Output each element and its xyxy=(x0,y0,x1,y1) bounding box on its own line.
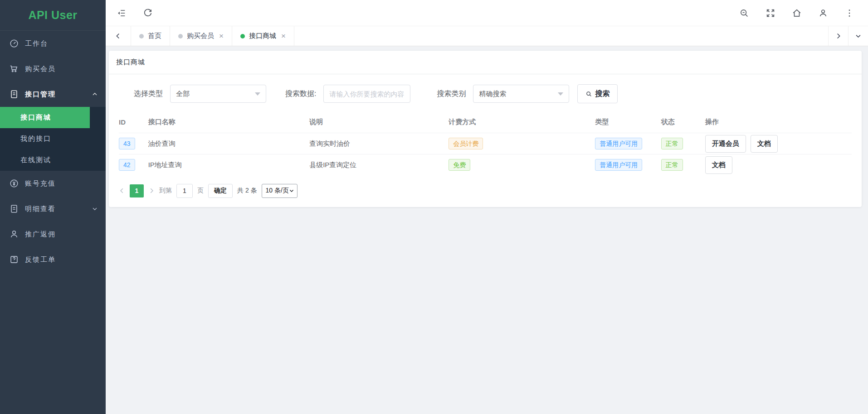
billing-tag: 免费 xyxy=(449,159,470,171)
type-select[interactable]: 全部 xyxy=(170,85,266,103)
chevron-down-icon xyxy=(255,92,260,98)
search-icon xyxy=(585,91,592,97)
status-tag: 正常 xyxy=(661,138,683,149)
api-name-cell: IP地址查询 xyxy=(148,154,310,176)
goto-prefix-label: 到第 xyxy=(159,187,172,195)
filter-bar: 选择类型 全部 搜索数据: 搜索类别 精确搜索 xyxy=(109,74,862,104)
app-logo: API User xyxy=(0,0,106,31)
billing-tag: 会员计费 xyxy=(449,138,483,149)
sidebar: API User 工作台购买会员接口管理接口商城我的接口在线测试账号充值明细查看… xyxy=(0,0,106,414)
refresh-icon[interactable] xyxy=(143,8,153,18)
prev-page-icon[interactable] xyxy=(119,188,125,194)
sidebar-item-api-management[interactable]: 接口管理 xyxy=(0,82,106,107)
open-membership-button[interactable]: 开通会员 xyxy=(705,135,746,153)
user-icon[interactable] xyxy=(818,8,828,18)
more-options-icon[interactable] xyxy=(844,8,854,18)
tabs-scroll-left-icon[interactable] xyxy=(106,26,131,46)
search-icon[interactable] xyxy=(739,8,749,18)
sidebar-item-buy-membership[interactable]: 购买会员 xyxy=(0,56,106,82)
search-input[interactable] xyxy=(323,85,410,103)
column-header: ID xyxy=(119,113,148,133)
total-count-label: 共 2 条 xyxy=(237,187,257,195)
api-name-cell: 油价查询 xyxy=(148,133,310,154)
id-tag: 42 xyxy=(119,159,135,171)
api-mall-card: 接口商城 选择类型 全部 搜索数据: 搜索类别 精确搜索 xyxy=(109,51,862,207)
column-header: 操作 xyxy=(705,113,852,133)
tab-home[interactable]: 首页 xyxy=(131,26,170,46)
collapse-menu-icon[interactable] xyxy=(117,8,127,18)
feedback-icon xyxy=(9,255,19,265)
home-icon[interactable] xyxy=(792,8,802,18)
type-tag: 普通用户可用 xyxy=(595,138,642,149)
goto-page-input[interactable] xyxy=(176,184,193,198)
actions-cell: 开通会员文档 xyxy=(705,133,852,154)
docs-button[interactable]: 文档 xyxy=(751,135,778,153)
tab-api-mall[interactable]: 接口商城× xyxy=(232,26,294,46)
sidebar-item-online-test[interactable]: 在线测试 xyxy=(0,149,106,171)
page-title: 接口商城 xyxy=(109,51,862,74)
next-page-icon[interactable] xyxy=(148,188,155,194)
api-table: ID接口名称说明计费方式类型状态操作 43油价查询查询实时油价会员计费普通用户可… xyxy=(119,113,852,176)
page-size-select[interactable]: 10 条/页 xyxy=(262,184,297,198)
type-filter-label: 选择类型 xyxy=(134,89,163,99)
sidebar-submenu: 接口商城我的接口在线测试 xyxy=(0,107,106,171)
tab-status-dot xyxy=(139,34,144,39)
column-header: 类型 xyxy=(595,113,661,133)
sidebar-item-feedback-ticket[interactable]: 反馈工单 xyxy=(0,247,106,272)
dashboard-icon xyxy=(9,39,19,48)
description-cell: 县级IP查询定位 xyxy=(309,154,449,176)
content-area: 接口商城 选择类型 全部 搜索数据: 搜索类别 精确搜索 xyxy=(106,46,868,414)
category-filter-label: 搜索类别 xyxy=(437,89,466,99)
yen-circle-icon xyxy=(9,178,19,188)
tabs-scroll-right-icon[interactable] xyxy=(828,26,848,46)
table-header-row: ID接口名称说明计费方式类型状态操作 xyxy=(119,113,852,133)
tabs-menu-chevron-down-icon[interactable] xyxy=(848,26,868,46)
tab-buy-membership[interactable]: 购买会员× xyxy=(170,26,232,46)
sidebar-item-detail-view[interactable]: 明细查看 xyxy=(0,196,106,221)
sidebar-item-account-recharge[interactable]: 账号充值 xyxy=(0,171,106,196)
page-number-button[interactable]: 1 xyxy=(130,184,144,197)
search-data-label: 搜索数据: xyxy=(285,89,316,99)
table-row: 42IP地址查询县级IP查询定位免费普通用户可用正常文档 xyxy=(119,154,852,176)
column-header: 接口名称 xyxy=(148,113,310,133)
tab-list: 首页购买会员×接口商城× xyxy=(131,26,294,46)
sidebar-item-my-apis[interactable]: 我的接口 xyxy=(0,128,106,149)
user-icon xyxy=(9,229,19,239)
type-tag: 普通用户可用 xyxy=(595,159,642,171)
type-select-value: 全部 xyxy=(176,90,190,98)
sidebar-menu: 工作台购买会员接口管理接口商城我的接口在线测试账号充值明细查看推广返佣反馈工单 xyxy=(0,31,106,272)
goto-suffix-label: 页 xyxy=(197,187,204,195)
goto-confirm-button[interactable]: 确定 xyxy=(208,184,233,198)
docs-button[interactable]: 文档 xyxy=(705,156,732,174)
document-icon xyxy=(9,89,19,99)
sidebar-item-api-mall[interactable]: 接口商城 xyxy=(0,107,90,128)
column-header: 状态 xyxy=(661,113,705,133)
tab-status-dot xyxy=(178,34,183,39)
sidebar-item-promotion-rebate[interactable]: 推广返佣 xyxy=(0,221,106,247)
category-select-value: 精确搜索 xyxy=(479,90,506,98)
tab-status-dot xyxy=(240,34,245,39)
chevron-up-icon xyxy=(91,91,98,98)
sidebar-item-workbench[interactable]: 工作台 xyxy=(0,31,106,56)
search-button[interactable]: 搜索 xyxy=(577,84,618,103)
document-icon xyxy=(9,204,19,214)
pagination: 1 到第 页 确定 共 2 条 10 条/页 xyxy=(119,184,852,207)
status-tag: 正常 xyxy=(661,159,683,171)
chevron-down-icon xyxy=(91,205,98,212)
chevron-down-icon xyxy=(289,188,294,193)
table-body: 43油价查询查询实时油价会员计费普通用户可用正常开通会员文档42IP地址查询县级… xyxy=(119,133,852,176)
column-header: 计费方式 xyxy=(449,113,595,133)
category-select[interactable]: 精确搜索 xyxy=(473,85,569,103)
app-window: API User 工作台购买会员接口管理接口商城我的接口在线测试账号充值明细查看… xyxy=(0,0,868,414)
close-icon[interactable]: × xyxy=(219,32,224,40)
close-icon[interactable]: × xyxy=(281,32,286,40)
id-tag: 43 xyxy=(119,138,135,149)
chevron-down-icon xyxy=(558,92,563,98)
tab-bar: 首页购买会员×接口商城× xyxy=(106,26,868,46)
table-row: 43油价查询查询实时油价会员计费普通用户可用正常开通会员文档 xyxy=(119,133,852,154)
top-bar xyxy=(106,0,868,26)
fullscreen-icon[interactable] xyxy=(766,8,775,18)
cart-icon xyxy=(9,64,19,74)
actions-cell: 文档 xyxy=(705,154,852,176)
description-cell: 查询实时油价 xyxy=(309,133,449,154)
